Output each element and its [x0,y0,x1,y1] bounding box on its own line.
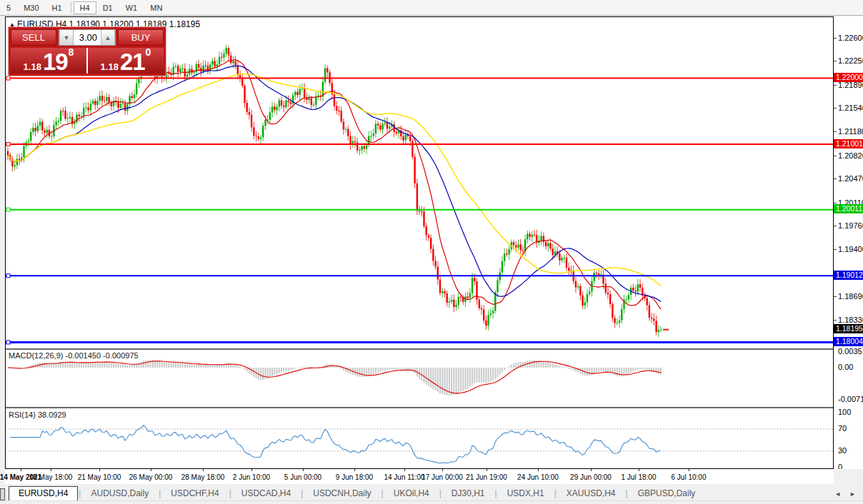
time-axis-label: 28 May 18:00 [181,473,225,481]
sell-button[interactable]: SELL [11,29,56,46]
price-line-label: 1.20011 [834,204,863,213]
price-tick-dash [834,131,837,132]
price-line-label: 1.18004 [834,337,863,346]
price-line-label: 1.18195 [834,324,863,333]
price-tick-dash [834,203,837,203]
timeframe-button-d1[interactable]: D1 [96,1,119,14]
price-tick-label: 1.20470 [838,174,863,183]
macd-axis-label: 0.003515 [838,347,863,356]
time-axis-tick [203,469,204,471]
volume-input[interactable]: 3.00 [74,30,101,45]
timeframe-button-m30[interactable]: M30 [17,1,45,14]
macd-axis-label: -0.007178 [838,395,863,403]
macd-axis-label: 0.00 [838,363,853,371]
price-tick-dash [834,249,837,250]
rsi-pane-canvas[interactable] [6,408,833,468]
time-axis-tick [538,469,539,471]
timeframe-button-h4[interactable]: H4 [74,1,96,14]
time-axis-tick [354,469,355,471]
price-tick-label: 1.18690 [838,292,863,301]
time-axis-tick [442,469,443,471]
bid-pip-digit: 8 [69,48,74,57]
rsi-axis-label: 70 [838,424,847,433]
time-axis-tick [591,469,592,471]
tab-scroll-arrows: ◄ ► [834,490,863,500]
tab-strip-edge [0,488,5,500]
rsi-axis-label: 100 [838,408,851,416]
tab-audusd[interactable]: AUDUSD,Daily [81,487,158,500]
timeframe-button-mn[interactable]: MN [144,1,169,14]
price-tick-label: 1.21180 [838,127,863,136]
chart-window: ▲EURUSD,H4 1.18190 1.18200 1.18189 1.181… [5,16,834,469]
timeframe-button-w1[interactable]: W1 [119,1,144,14]
rsi-axis-label: 0 [838,463,842,469]
ask-big-digits: 21 [120,52,145,72]
chart-tabs: EURUSD,H4|AUDUSD,Daily|USDCHF,H4|USDCAD,… [9,486,704,500]
tab-dj30[interactable]: DJ30,H1 [442,487,494,500]
tab-usdcnh[interactable]: USDCNH,Daily [304,487,380,500]
tab-eurusd[interactable]: EURUSD,H4 [9,486,78,500]
price-line-label: 1.19012 [834,271,863,280]
price-tick-label: 1.20820 [838,151,863,160]
status-strip [0,500,863,504]
price-tick-dash [834,320,837,321]
rsi-axis-label: 30 [838,446,847,455]
time-axis-label: 26 May 00:00 [129,473,173,481]
price-tick-dash [834,61,837,61]
bid-prefix: 1.18 [24,61,41,72]
tab-scroll-right-icon[interactable]: ► [849,490,856,498]
time-axis-tick [99,469,100,471]
time-axis-label: 18 May 18:00 [29,473,73,481]
time-axis-label: 14 Jun 11:00 [384,473,424,481]
price-tick-label: 1.22250 [838,56,863,65]
time-axis-tick [487,469,487,471]
price-tick-dash [834,38,837,39]
buy-button[interactable]: BUY [118,29,164,46]
time-axis-tick [404,469,405,471]
price-tick-dash [834,108,837,109]
price-tick-dash [834,226,837,226]
time-axis-label: 21 Jun 19:00 [466,473,507,481]
rsi-label: RSI(14) 38.0929 [9,410,66,419]
price-tick-dash [834,178,837,179]
tab-gbpusd[interactable]: GBPUSD,Daily [629,487,705,500]
time-axis[interactable]: 14 May 202118 May 18:0021 May 10:0026 Ma… [5,469,834,484]
timeframe-button-h1[interactable]: H1 [46,1,69,14]
price-tick-label: 1.21540 [838,104,863,112]
ask-prefix: 1.18 [101,61,119,72]
price-tick-label: 1.19760 [838,221,863,230]
price-axis[interactable]: 1.226001.222501.218901.215401.211801.208… [834,16,863,469]
time-axis-label: 5 Jun 00:00 [284,473,321,481]
spin-up-icon: ▲ [105,34,111,41]
time-axis-tick [639,469,639,471]
time-axis-label: 9 Jun 18:00 [336,473,373,481]
time-axis-tick [21,469,21,471]
macd-label: MACD(12,26,9) -0.001450 -0.000975 [9,351,139,360]
ask-price-display[interactable]: 1.18210 [88,48,164,74]
tab-usdx[interactable]: USDX,H1 [498,487,554,500]
tab-scroll-left-icon[interactable]: ◄ [834,490,841,498]
timeframe-bar: 5M30H1H4D1W1MN [0,0,863,16]
time-axis-tick [51,469,51,471]
tab-xauusd[interactable]: XAUUSD,H4 [557,487,625,500]
time-axis-tick [303,469,304,471]
volume-increase-button[interactable]: ▲ [101,30,115,45]
tab-ukoil[interactable]: UKOil,H4 [384,487,439,500]
time-axis-label: 2 Jun 10:00 [233,473,270,481]
tab-usdcad[interactable]: USDCAD,H4 [232,487,300,500]
price-tick-dash [834,85,837,86]
time-axis-tick [689,469,689,471]
time-axis-label: 21 May 10:00 [78,473,121,481]
time-axis-label: 29 Jun 00:00 [570,473,612,481]
price-tick-label: 1.18330 [838,316,863,324]
volume-decrease-button[interactable]: ▼ [59,30,74,45]
time-axis-tick [151,469,151,471]
bid-price-display[interactable]: 1.18198 [11,48,86,74]
volume-stepper: ▼ 3.00 ▲ [59,29,116,46]
tab-usdchf[interactable]: USDCHF,H4 [161,487,228,500]
timeframe-button-5[interactable]: 5 [0,1,17,14]
time-axis-label: 1 Jul 18:00 [622,473,657,481]
time-axis-label: 17 Jun 00:00 [421,473,463,481]
spin-down-icon: ▼ [64,34,70,41]
tab-bar: EURUSD,H4|AUDUSD,Daily|USDCHF,H4|USDCAD,… [0,485,863,500]
